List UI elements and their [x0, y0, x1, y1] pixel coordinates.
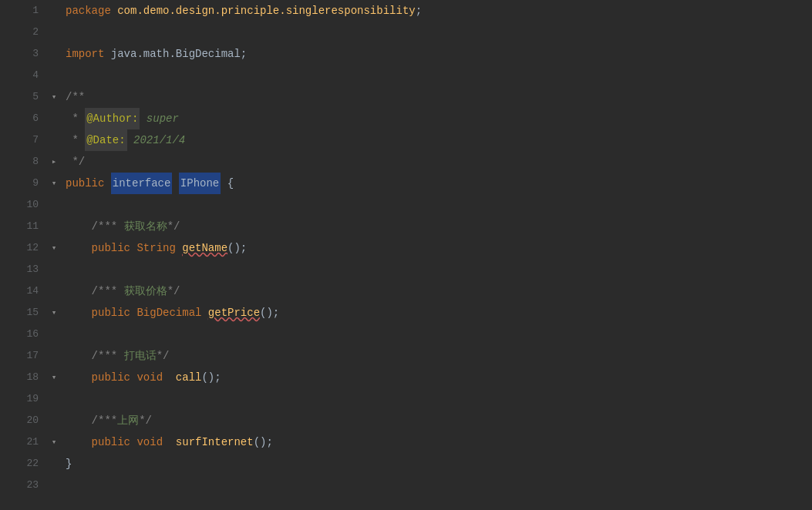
code-line-22: } — [66, 453, 812, 475]
code-line-5: /** — [66, 86, 812, 108]
line-num-22: 22 — [4, 453, 39, 475]
line-num-10: 10 — [4, 194, 39, 216]
line-num-3: 3 — [4, 43, 39, 65]
code-line-17: /*** 打电话*/ — [66, 345, 812, 367]
keyword-bigdecimal: BigDecimal — [136, 302, 207, 324]
comment-getPrice-chinese: 获取价格 — [124, 280, 167, 302]
keyword-interface: interface — [111, 173, 173, 194]
gutter-1 — [46, 0, 62, 22]
code-line-14: /*** 获取价格*/ — [66, 280, 812, 302]
code-line-4 — [66, 65, 812, 86]
code-line-18: public void call(); — [66, 367, 812, 388]
code-line-8: */ — [66, 151, 812, 173]
comment-surf-close: */ — [139, 410, 152, 431]
comment-surf: /*** — [66, 410, 117, 431]
keyword-void-18: void — [136, 367, 163, 388]
method-call: call — [176, 367, 202, 388]
line-num-5: 5 — [4, 86, 39, 108]
code-line-11: /*** 获取名称*/ — [66, 216, 812, 237]
code-editor: 1 2 3 4 5 6 7 8 9 10 11 12 13 14 15 16 1… — [0, 0, 812, 510]
code-line-21: public void surfInternet(); — [66, 431, 812, 453]
line-numbers: 1 2 3 4 5 6 7 8 9 10 11 12 13 14 15 16 1… — [0, 0, 46, 510]
comment-getName: /*** — [66, 216, 124, 237]
line-num-23: 23 — [4, 475, 39, 496]
brace-open-9: { — [221, 173, 234, 194]
parens-getPrice: (); — [260, 302, 279, 324]
method-getPrice: getPrice — [208, 302, 260, 324]
gutter-6 — [46, 108, 62, 129]
line-num-8: 8 — [4, 151, 39, 173]
keyword-public-9: public — [66, 173, 111, 194]
classname-iphone: IPhone — [179, 173, 221, 194]
gutter-7 — [46, 129, 62, 151]
gutter-18-fold[interactable]: ▾ — [46, 367, 62, 388]
parens-surf: (); — [254, 431, 273, 453]
line-num-17: 17 — [4, 345, 39, 367]
gutter-8-fold[interactable]: ▸ — [46, 151, 62, 173]
gutter-15-fold[interactable]: ▾ — [46, 302, 62, 324]
annotation-date-value: 2021/1/4 — [127, 129, 186, 151]
gutter-19 — [46, 388, 62, 410]
parens-getName: (); — [227, 237, 247, 259]
comment-star-6: * — [66, 108, 85, 129]
line-num-1: 1 — [4, 0, 39, 22]
code-line-13 — [66, 259, 812, 280]
code-lines: package com.demo.design.principle.single… — [62, 0, 812, 510]
code-line-16 — [66, 324, 812, 345]
comment-getPrice: /*** — [66, 280, 124, 302]
code-line-10 — [66, 194, 812, 216]
line-num-6: 6 — [4, 108, 39, 129]
space-18 — [163, 367, 176, 388]
gutter-16 — [46, 324, 62, 345]
keyword-public-21: public — [66, 431, 136, 453]
gutter: ▾ ▸ ▾ ▾ ▾ ▾ ▾ — [46, 0, 62, 510]
semicolon-3: ; — [241, 43, 247, 65]
code-line-3: import java.math.BigDecimal; — [66, 43, 812, 65]
code-line-15: public BigDecimal getPrice(); — [66, 302, 812, 324]
gutter-2 — [46, 22, 62, 43]
code-line-20: /***上网*/ — [66, 410, 812, 431]
keyword-public-18: public — [66, 367, 136, 388]
gutter-11 — [46, 216, 62, 237]
semicolon-1: ; — [416, 0, 422, 22]
line-num-21: 21 — [4, 431, 39, 453]
package-path: com.demo.design.principle.singleresponsi… — [117, 0, 415, 22]
comment-call-close: */ — [157, 345, 170, 367]
method-getName: getName — [182, 237, 227, 259]
space-9 — [172, 173, 178, 194]
gutter-20 — [46, 410, 62, 431]
method-surfInternet: surfInternet — [176, 431, 254, 453]
comment-call-chinese: 打电话 — [124, 345, 157, 367]
annotation-date: @Date: — [85, 129, 126, 151]
line-num-11: 11 — [4, 216, 39, 237]
code-line-1: package com.demo.design.principle.single… — [66, 0, 812, 22]
gutter-13 — [46, 259, 62, 280]
gutter-5-fold[interactable]: ▾ — [46, 86, 62, 108]
line-num-4: 4 — [4, 65, 39, 86]
line-num-2: 2 — [4, 22, 39, 43]
code-line-6: * @Author: super — [66, 108, 812, 129]
line-num-20: 20 — [4, 410, 39, 431]
gutter-10 — [46, 194, 62, 216]
gutter-21-fold[interactable]: ▾ — [46, 431, 62, 453]
keyword-package: package — [66, 0, 117, 22]
brace-close: } — [66, 453, 72, 475]
line-num-19: 19 — [4, 388, 39, 410]
line-num-16: 16 — [4, 324, 39, 345]
code-line-19 — [66, 388, 812, 410]
line-num-12: 12 — [4, 237, 39, 259]
keyword-string: String — [136, 237, 182, 259]
comment-star-7: * — [66, 129, 85, 151]
annotation-author: @Author: — [85, 108, 140, 129]
comment-open: /** — [66, 86, 85, 108]
keyword-import: import — [66, 43, 111, 65]
annotation-author-value: super — [140, 108, 178, 129]
import-path: java.math.BigDecimal — [111, 43, 241, 65]
gutter-4 — [46, 65, 62, 86]
gutter-9-fold[interactable]: ▾ — [46, 173, 62, 194]
line-num-7: 7 — [4, 129, 39, 151]
code-line-23 — [66, 475, 812, 496]
comment-getName-close: */ — [167, 216, 180, 237]
gutter-12-fold[interactable]: ▾ — [46, 237, 62, 259]
code-line-12: public String getName(); — [66, 237, 812, 259]
